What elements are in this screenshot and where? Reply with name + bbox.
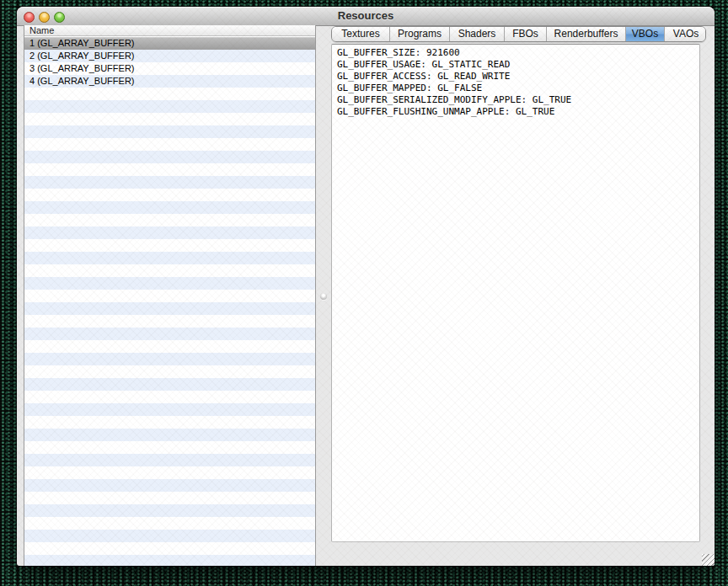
buffer-attribute-line: GL_BUFFER_USAGE: GL_STATIC_READ xyxy=(337,59,694,71)
buffer-attribute-line: GL_BUFFER_MAPPED: GL_FALSE xyxy=(337,83,694,94)
buffer-list-item[interactable]: 2 (GL_ARRAY_BUFFER) xyxy=(24,50,315,62)
buffer-list-item[interactable]: 3 (GL_ARRAY_BUFFER) xyxy=(24,62,315,75)
buffer-list-pane: Name 1 (GL_ARRAY_BUFFER)2 (GL_ARRAY_BUFF… xyxy=(24,25,316,566)
desktop-background: Resources Name 1 (GL_ARRAY_BUFFER)2 (GL_… xyxy=(0,0,728,586)
tab-programs[interactable]: Programs xyxy=(390,27,450,41)
window-titlebar[interactable]: Resources xyxy=(17,7,715,26)
resource-tab-bar: TexturesProgramsShadersFBOsRenderbuffers… xyxy=(331,26,706,42)
window-content: Name 1 (GL_ARRAY_BUFFER)2 (GL_ARRAY_BUFF… xyxy=(17,25,715,566)
tab-vbos[interactable]: VBOs xyxy=(626,27,665,41)
buffer-list[interactable]: 1 (GL_ARRAY_BUFFER)2 (GL_ARRAY_BUFFER)3 … xyxy=(24,37,315,566)
tab-fbos[interactable]: FBOs xyxy=(505,27,547,41)
tab-textures[interactable]: Textures xyxy=(332,27,390,41)
buffer-list-item[interactable]: 4 (GL_ARRAY_BUFFER) xyxy=(24,75,315,88)
buffer-list-item[interactable]: 1 (GL_ARRAY_BUFFER) xyxy=(24,37,315,50)
resize-grip[interactable] xyxy=(702,554,715,566)
splitter-handle[interactable] xyxy=(317,25,331,566)
resources-window: Resources Name 1 (GL_ARRAY_BUFFER)2 (GL_… xyxy=(17,7,715,566)
tab-renderbuffers[interactable]: Renderbuffers xyxy=(547,27,626,41)
tab-shaders[interactable]: Shaders xyxy=(450,27,505,41)
tab-vaos[interactable]: VAOs xyxy=(665,27,706,41)
buffer-details-box[interactable]: GL_BUFFER_SIZE: 921600GL_BUFFER_USAGE: G… xyxy=(331,44,700,542)
buffer-attribute-line: GL_BUFFER_SERIALIZED_MODIFY_APPLE: GL_TR… xyxy=(337,94,694,106)
splitter-dimple-icon xyxy=(320,293,327,300)
buffer-attribute-line: GL_BUFFER_ACCESS: GL_READ_WRITE xyxy=(337,71,694,83)
buffer-attribute-line: GL_BUFFER_FLUSHING_UNMAP_APPLE: GL_TRUE xyxy=(337,106,694,118)
details-pane: TexturesProgramsShadersFBOsRenderbuffers… xyxy=(331,25,706,566)
window-title: Resources xyxy=(17,7,715,25)
name-column-header[interactable]: Name xyxy=(24,25,315,36)
buffer-attribute-line: GL_BUFFER_SIZE: 921600 xyxy=(337,47,694,59)
name-column-label: Name xyxy=(29,25,54,35)
buffer-details-text: GL_BUFFER_SIZE: 921600GL_BUFFER_USAGE: G… xyxy=(332,45,699,120)
